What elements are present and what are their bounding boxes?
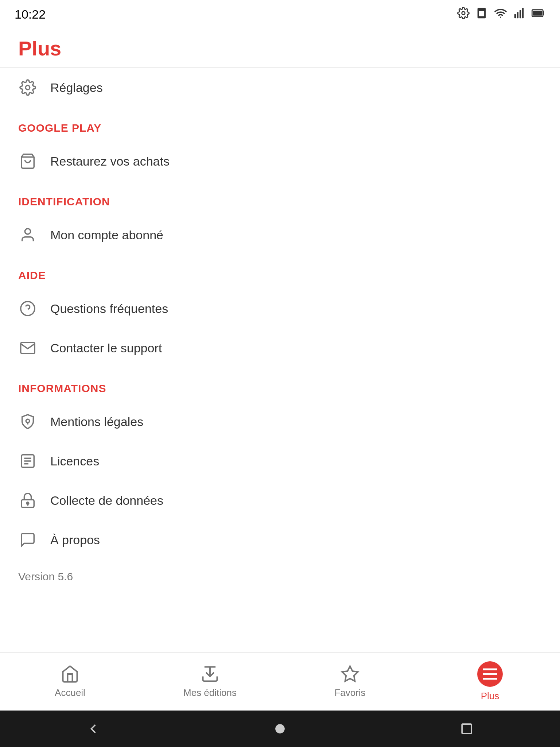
svg-point-0 [462,11,465,15]
compte-label: Mon compte abonné [50,228,163,242]
android-nav-bar [0,711,560,747]
lock-icon [18,491,37,510]
content-area: Réglages GOOGLE PLAY Restaurez vos achat… [0,68,560,652]
signal-icon [513,7,526,22]
menu-item-faq[interactable]: Questions fréquentes [0,289,560,328]
svg-point-9 [26,85,30,90]
support-label: Contacter le support [50,341,162,355]
question-icon [18,299,37,318]
nav-accueil-label: Accueil [55,687,85,698]
battery-icon [532,7,545,22]
svg-rect-2 [479,11,484,16]
svg-point-12 [21,302,35,316]
menu-item-collecte[interactable]: Collecte de données [0,481,560,520]
mentions-label: Mentions légales [50,415,143,429]
nav-plus-label: Plus [481,690,499,702]
svg-rect-4 [517,12,518,18]
restaurer-label: Restaurez vos achats [50,154,170,169]
menu-item-compte[interactable]: Mon compte abonné [0,215,560,255]
status-icons [457,7,545,22]
menu-item-apropos[interactable]: À propos [0,520,560,560]
section-informations: INFORMATIONS [0,368,560,402]
section-identification-title: IDENTIFICATION [18,196,110,208]
svg-point-14 [26,419,30,423]
sim-status-icon [475,7,488,22]
licences-label: Licences [50,454,99,468]
bag-icon [18,152,37,171]
nav-item-mes-editions[interactable]: Mes éditions [140,653,280,711]
wifi-icon [494,7,508,22]
menu-item-mentions[interactable]: Mentions légales [0,402,560,441]
list-icon [18,452,37,471]
settings-status-icon [457,7,470,22]
person-icon [18,225,37,244]
reglages-label: Réglages [50,81,103,95]
section-aide-title: AIDE [18,269,46,281]
envelope-icon [18,338,37,357]
svg-point-11 [25,229,30,234]
svg-point-28 [275,724,285,734]
page-title: Plus [18,37,61,60]
android-recents-btn[interactable] [459,721,475,737]
status-bar: 10:22 [0,0,560,26]
status-time: 10:22 [15,7,46,22]
nav-mes-editions-label: Mes éditions [183,687,237,698]
android-back-btn[interactable] [85,721,101,737]
svg-point-21 [27,502,29,504]
nav-item-plus[interactable]: Plus [420,653,560,711]
svg-rect-6 [522,8,524,18]
comment-icon [18,530,37,549]
lock-shield-icon [18,412,37,431]
section-google-play: GOOGLE PLAY [0,107,560,142]
section-aide: AIDE [0,255,560,289]
menu-item-reglages[interactable]: Réglages [0,68,560,107]
menu-item-licences[interactable]: Licences [0,441,560,481]
svg-rect-8 [533,11,542,16]
nav-item-accueil[interactable]: Accueil [0,653,140,711]
collecte-label: Collecte de données [50,494,163,508]
gear-icon [18,78,37,97]
svg-rect-29 [462,724,471,734]
section-identification: IDENTIFICATION [0,181,560,215]
plus-nav-bg [477,661,503,687]
menu-item-support[interactable]: Contacter le support [0,328,560,368]
page-header: Plus [0,26,560,68]
bottom-navigation: Accueil Mes éditions Favoris Plus [0,652,560,711]
section-google-play-title: GOOGLE PLAY [18,122,101,134]
svg-rect-3 [514,14,516,18]
menu-item-restaurer[interactable]: Restaurez vos achats [0,142,560,181]
apropos-label: À propos [50,533,100,547]
faq-label: Questions fréquentes [50,302,168,316]
svg-marker-24 [342,666,358,681]
android-home-btn[interactable] [272,721,288,737]
section-informations-title: INFORMATIONS [18,382,106,394]
nav-item-favoris[interactable]: Favoris [280,653,420,711]
svg-rect-5 [520,10,521,18]
version-text: Version 5.6 [0,560,560,594]
nav-favoris-label: Favoris [334,687,365,698]
